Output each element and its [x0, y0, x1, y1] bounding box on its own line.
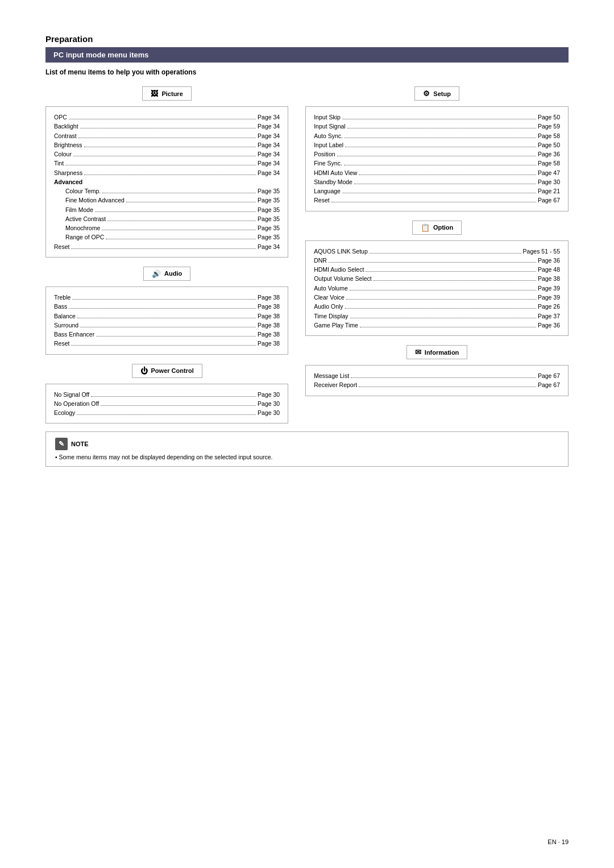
power-menu-header: ⏻ Power Control: [132, 364, 202, 378]
blue-bar: PC input mode menu items: [45, 47, 569, 63]
menu-item-dots: [359, 175, 536, 175]
menu-item-dots: [106, 239, 256, 239]
menu-item: Output Volume SelectPage 38: [314, 274, 560, 283]
menu-item-page: Page 48: [538, 265, 560, 274]
menu-item: HDMI Audio SelectPage 48: [314, 265, 560, 274]
menu-item-page: Page 34: [258, 122, 280, 131]
menu-section-label: Advanced: [54, 177, 82, 186]
menu-item: BalancePage 38: [54, 312, 280, 321]
menu-item-label: Input Signal: [314, 122, 345, 131]
menu-item: No Operation OffPage 30: [54, 399, 280, 408]
menu-item-label: Input Label: [314, 140, 343, 149]
menu-item-dots: [80, 128, 256, 128]
menu-item: TreblePage 38: [54, 293, 280, 302]
menu-item: Clear VoicePage 39: [314, 293, 560, 302]
menu-item: EcologyPage 30: [54, 408, 280, 417]
menu-item-dots: [337, 156, 536, 156]
power-menu-items: No Signal OffPage 30No Operation OffPage…: [45, 384, 288, 424]
menu-item: Range of OPCPage 35: [54, 232, 280, 242]
menu-item: ResetPage 38: [54, 339, 280, 348]
page-number: EN · 19: [547, 838, 569, 845]
menu-item-dots: [78, 138, 256, 138]
menu-item-page: Page 38: [258, 321, 280, 330]
menu-item-label: Language: [314, 186, 341, 196]
menu-item: SurroundPage 38: [54, 321, 280, 330]
menu-item-label: Standby Mode: [314, 177, 352, 186]
menu-item-dots: [69, 308, 256, 309]
menu-item-label: No Signal Off: [54, 390, 89, 399]
subtitle: List of menu items to help you with oper…: [45, 68, 569, 76]
menu-item: Fine Sync.Page 58: [314, 159, 560, 168]
picture-icon: 🖼: [151, 89, 158, 98]
menu-item-page: Page 34: [258, 168, 280, 177]
menu-item-label: No Operation Off: [54, 399, 99, 408]
menu-item-dots: [354, 184, 536, 184]
menu-item-page: Page 34: [258, 131, 280, 140]
menu-item-page: Page 58: [538, 159, 560, 168]
menu-item-label: Clear Voice: [314, 293, 345, 302]
menu-item-page: Page 50: [538, 113, 560, 122]
menu-item-label: Colour: [54, 149, 72, 159]
menu-item-dots: [65, 165, 256, 165]
menu-item-label: Auto Volume: [314, 284, 348, 293]
menu-item-dots: [95, 211, 256, 212]
menu-item: Input LabelPage 50: [314, 140, 560, 149]
menu-item: Active ContrastPage 35: [54, 214, 280, 223]
menu-item-page: Page 39: [538, 284, 560, 293]
menu-item-dots: [344, 165, 536, 165]
menu-item-page: Page 38: [258, 330, 280, 339]
menu-item-dots: [102, 230, 256, 230]
menu-item: Standby ModePage 30: [314, 177, 560, 186]
menu-item-label: Reset: [54, 242, 69, 251]
menu-item-label: Ecology: [54, 408, 75, 417]
menu-item-page: Page 67: [538, 371, 560, 380]
menu-item-dots: [346, 299, 536, 300]
menu-item-page: Page 35: [258, 214, 280, 223]
menu-item-dots: [71, 345, 256, 346]
menu-item: AQUOS LINK SetupPages 51 - 55: [314, 247, 560, 256]
menu-item-page: Page 30: [258, 408, 280, 417]
menu-item-page: Page 36: [538, 149, 560, 159]
menu-item-label: HDMI Auto View: [314, 168, 357, 177]
setup-menu-items: Input SkipPage 50Input SignalPage 59Auto…: [305, 106, 569, 211]
menu-item-page: Page 38: [258, 293, 280, 302]
menu-item-label: Sharpness: [54, 168, 82, 177]
menu-item-page: Page 50: [538, 140, 560, 149]
menu-item-page: Page 34: [258, 140, 280, 149]
menu-item-page: Page 30: [538, 177, 560, 186]
audio-menu-box: 🔊 Audio TreblePage 38BassPage 38BalanceP…: [45, 267, 288, 355]
menu-item-page: Pages 51 - 55: [523, 247, 560, 256]
menu-item: Colour Temp.Page 35: [54, 186, 280, 196]
menu-item: Bass EnhancerPage 38: [54, 330, 280, 339]
menu-item: PositionPage 36: [314, 149, 560, 159]
menu-item-label: HDMI Audio Select: [314, 265, 364, 274]
menu-item-dots: [374, 280, 536, 281]
menu-item: Auto Sync.Page 58: [314, 131, 560, 140]
menu-item: MonochromePage 35: [54, 223, 280, 232]
option-icon: 📋: [421, 223, 430, 232]
option-menu-items: AQUOS LINK SetupPages 51 - 55DNRPage 36H…: [305, 240, 569, 336]
menu-item: Time DisplayPage 37: [314, 312, 560, 321]
menu-item-label: AQUOS LINK Setup: [314, 247, 368, 256]
menu-item: Film ModePage 35: [54, 205, 280, 214]
menu-item: Auto VolumePage 39: [314, 284, 560, 293]
menu-item-label: Game Play Time: [314, 321, 358, 330]
menu-item: LanguagePage 21: [314, 186, 560, 196]
menu-item-dots: [329, 262, 536, 263]
audio-icon: 🔊: [152, 269, 161, 278]
power-menu-box: ⏻ Power Control No Signal OffPage 30No O…: [45, 364, 288, 424]
menu-item-label: Auto Sync.: [314, 131, 343, 140]
menu-item-page: Page 35: [258, 232, 280, 242]
menu-item-label: Monochrome: [54, 223, 100, 232]
menu-item-label: DNR: [314, 256, 327, 265]
menu-item-label: Input Skip: [314, 113, 341, 122]
menu-item: HDMI Auto ViewPage 47: [314, 168, 560, 177]
menu-item-dots: [345, 147, 536, 147]
menu-item-dots: [345, 308, 536, 309]
power-icon: ⏻: [140, 367, 148, 375]
power-label: Power Control: [151, 367, 194, 374]
menu-item: Audio OnlyPage 26: [314, 302, 560, 311]
menu-item-page: Page 34: [258, 149, 280, 159]
menu-item-label: Receiver Report: [314, 380, 357, 389]
menu-item-page: Page 38: [258, 302, 280, 311]
